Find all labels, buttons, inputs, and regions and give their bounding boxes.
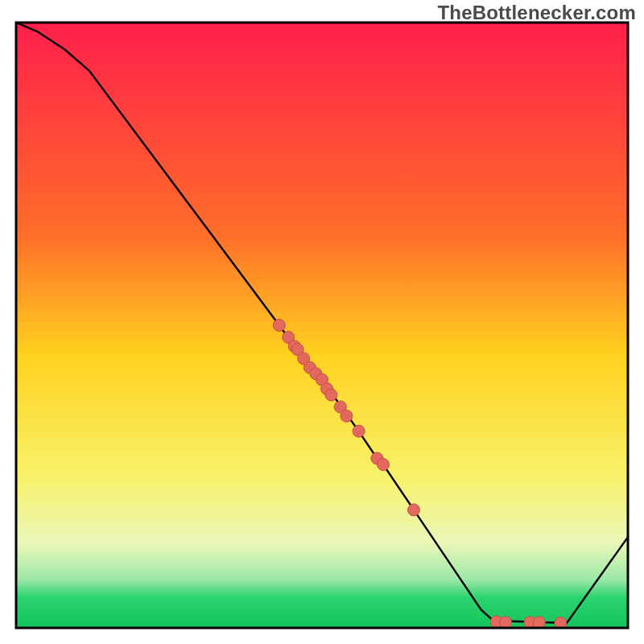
data-point [353,425,365,437]
data-point [341,410,353,422]
data-point [533,617,545,629]
gradient-background [16,23,628,628]
data-point [408,504,420,516]
bottleneck-chart [0,0,644,644]
data-point [500,617,512,629]
watermark-text: TheBottlenecker.com [437,2,636,24]
data-point [273,320,285,332]
data-point [378,459,390,471]
data-point [325,389,337,401]
